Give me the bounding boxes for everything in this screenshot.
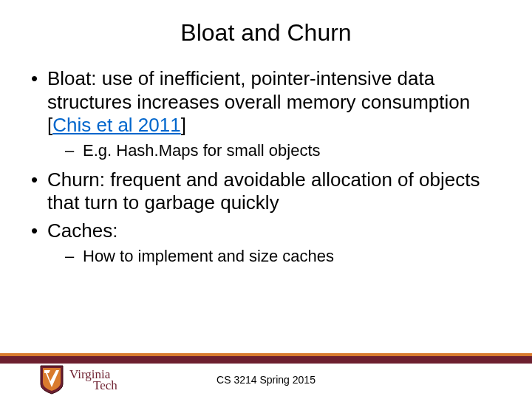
sub-bullet-caches-impl: How to implement and size caches (47, 246, 502, 267)
slide: Bloat and Churn Bloat: use of inefficien… (0, 0, 532, 399)
bullet-bloat: Bloat: use of inefficient, pointer-inten… (30, 67, 502, 161)
content-area: Bloat: use of inefficient, pointer-inten… (22, 67, 510, 266)
citation-link[interactable]: Chis et al 2011 (52, 114, 180, 136)
footer: Virginia Tech CS 3214 Spring 2015 (0, 352, 532, 399)
bullet-list: Bloat: use of inefficient, pointer-inten… (30, 67, 502, 266)
stripe-maroon (0, 356, 532, 364)
bullet-caches-sublist: How to implement and size caches (47, 246, 502, 267)
bullet-churn: Churn: frequent and avoidable allocation… (30, 168, 502, 215)
bullet-caches: Caches: How to implement and size caches (30, 219, 502, 266)
bullet-bloat-text-post: ] (181, 114, 186, 136)
bullet-caches-text: Caches: (47, 219, 117, 242)
footer-text: CS 3214 Spring 2015 (0, 374, 532, 386)
bullet-bloat-sublist: E.g. Hash.Maps for small objects (47, 140, 502, 161)
sub-bullet-hashmaps: E.g. Hash.Maps for small objects (47, 140, 502, 161)
page-title: Bloat and Churn (22, 19, 510, 47)
